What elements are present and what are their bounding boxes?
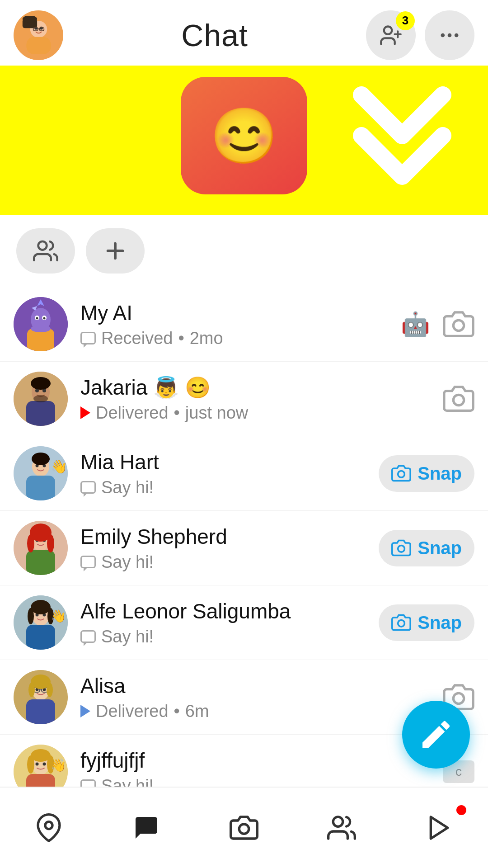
svg-point-82: [27, 755, 34, 774]
svg-point-75: [453, 693, 464, 703]
svg-point-53: [398, 546, 405, 552]
svg-point-73: [28, 683, 35, 697]
camera-button-jakaria[interactable]: [443, 383, 474, 415]
page-title: Chat: [181, 18, 248, 53]
chat-item-jakaria[interactable]: Jakaria 👼 😊 Delivered • just now: [0, 362, 488, 436]
bottom-navigation: [0, 787, 488, 868]
new-chat-fab[interactable]: [402, 701, 470, 769]
svg-point-35: [31, 377, 51, 390]
chat-item-my-ai[interactable]: My AI Received • 2mo 🤖: [0, 287, 488, 362]
status-dot: •: [174, 403, 180, 423]
svg-rect-1: [26, 37, 51, 54]
status-text-jakaria: Delivered: [96, 403, 169, 423]
stories-notification-dot: [456, 805, 466, 815]
status-text-my-ai: Received: [101, 329, 173, 348]
chat-name-jakaria: Jakaria 👼 😊: [80, 375, 434, 400]
ai-mascot: 😊: [181, 77, 307, 194]
new-group-button[interactable]: [16, 228, 75, 274]
chat-status-mia-hart: Say hi!: [80, 478, 370, 497]
banner-chevron: [352, 86, 452, 194]
snap-button-emily[interactable]: Snap: [379, 530, 474, 566]
status-time-alisa: 6m: [185, 702, 209, 721]
robot-icon: 🤖: [399, 308, 431, 340]
more-options-button[interactable]: [425, 10, 474, 60]
chat-status-jakaria: Delivered • just now: [80, 403, 434, 423]
snap-button-alfe[interactable]: Snap: [379, 604, 474, 641]
status-text-mia: Say hi!: [101, 478, 154, 497]
chat-action-emily[interactable]: Snap: [379, 530, 474, 566]
sent-arrow-icon: [80, 705, 90, 717]
svg-point-87: [333, 817, 343, 826]
svg-point-36: [453, 395, 464, 405]
chat-name-alfe: Alfe Leonor Saligumba: [80, 599, 370, 623]
chat-item-mia-hart[interactable]: 👋 Mia Hart Say hi! Snap: [0, 436, 488, 511]
svg-point-27: [31, 325, 51, 332]
add-chat-button[interactable]: [86, 228, 145, 274]
svg-rect-47: [26, 550, 55, 575]
chat-status-emily: Say hi!: [80, 552, 370, 572]
chat-name-my-ai: My AI: [80, 301, 390, 325]
snap-label-alfe: Snap: [418, 613, 462, 633]
status-time-my-ai: 2mo: [190, 329, 223, 348]
add-friend-button[interactable]: 3: [366, 10, 416, 60]
chat-info-my-ai: My AI Received • 2mo: [80, 301, 390, 348]
svg-point-59: [31, 600, 51, 614]
avatar-mia-hart: 👋: [14, 446, 68, 500]
svg-point-14: [455, 33, 459, 37]
nav-friends[interactable]: [305, 805, 378, 850]
svg-point-42: [32, 453, 50, 465]
header-actions: 3: [366, 10, 474, 60]
bubble-icon-emily: [80, 556, 96, 568]
chat-item-alfe-leonor[interactable]: 👋 Alfe Leonor Saligumba Say hi! Snap: [0, 585, 488, 660]
svg-rect-31: [26, 401, 55, 426]
snap-button-mia[interactable]: Snap: [379, 455, 474, 492]
chat-action-jakaria: [443, 383, 474, 415]
svg-point-51: [27, 534, 34, 552]
header: Chat 3: [0, 0, 488, 66]
chat-action-alfe[interactable]: Snap: [379, 604, 474, 641]
svg-point-22: [36, 317, 38, 320]
nav-camera[interactable]: [208, 805, 280, 850]
svg-rect-56: [26, 625, 55, 650]
bubble-icon-mia: [80, 481, 96, 494]
nav-map[interactable]: [13, 805, 85, 850]
svg-point-86: [239, 824, 249, 834]
svg-point-80: [43, 763, 46, 766]
chat-info-emily-shepherd: Emily Shepherd Say hi!: [80, 524, 370, 572]
chat-info-alfe: Alfe Leonor Saligumba Say hi!: [80, 599, 370, 646]
snap-label-emily: Snap: [418, 538, 462, 558]
nav-stories[interactable]: [403, 805, 475, 850]
svg-point-12: [441, 33, 445, 37]
avatar-jakaria: [14, 372, 68, 426]
chat-info-mia-hart: Mia Hart Say hi!: [80, 450, 370, 497]
avatar-emily-shepherd: [14, 521, 68, 575]
svg-point-23: [43, 317, 46, 320]
camera-button-my-ai[interactable]: [443, 308, 474, 340]
avatar-alfe-leonor: 👋: [14, 595, 68, 650]
notification-badge: 3: [396, 11, 415, 30]
svg-text:👋: 👋: [51, 458, 68, 475]
status-dot: •: [178, 329, 184, 348]
chat-name-emily: Emily Shepherd: [80, 524, 370, 549]
status-dot: •: [174, 702, 180, 721]
svg-text:👋: 👋: [51, 609, 66, 623]
svg-rect-39: [26, 476, 55, 500]
nav-chat[interactable]: [110, 805, 183, 850]
svg-point-34: [33, 395, 48, 402]
svg-text:👋: 👋: [51, 758, 66, 773]
user-avatar[interactable]: [14, 10, 63, 60]
snap-label-mia: Snap: [418, 463, 462, 484]
quick-actions-bar: [0, 215, 488, 287]
status-text-alisa: Delivered: [96, 702, 169, 721]
chat-status-my-ai: Received • 2mo: [80, 329, 390, 348]
chat-action-my-ai: 🤖: [399, 308, 474, 340]
chat-name-mia-hart: Mia Hart: [80, 450, 370, 474]
bubble-icon-alfe: [80, 630, 96, 643]
chat-item-emily-shepherd[interactable]: Emily Shepherd Say hi! Snap: [0, 511, 488, 585]
svg-point-74: [47, 683, 53, 697]
svg-point-28: [453, 320, 464, 330]
chat-action-mia-hart[interactable]: Snap: [379, 455, 474, 492]
avatar-alisa: [14, 670, 68, 724]
chat-name-fyjffujfjf: fyjffujfjf: [80, 748, 434, 773]
ai-banner[interactable]: 😊: [0, 66, 488, 215]
